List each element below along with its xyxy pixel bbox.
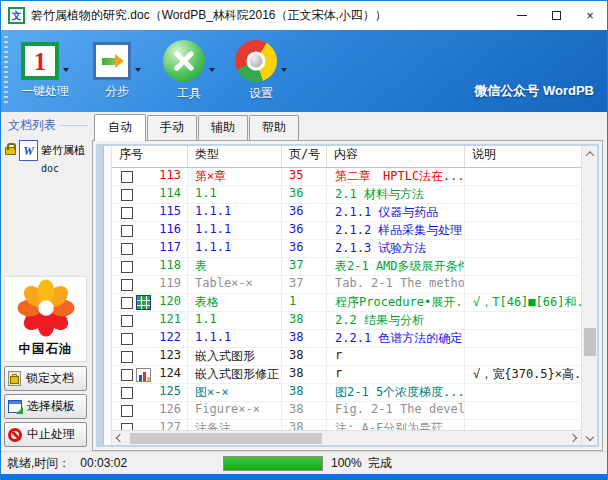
row-checkbox[interactable] (121, 243, 133, 255)
row-checkbox[interactable] (121, 297, 133, 309)
table-row[interactable]: 123 嵌入式图形 38 r (112, 348, 581, 366)
row-page: 36 (282, 186, 327, 203)
status-time: 00:03:02 (80, 456, 127, 470)
row-note (465, 168, 581, 185)
row-checkbox[interactable] (121, 207, 133, 219)
row-num: 122 (153, 330, 188, 347)
app-icon: 文 (8, 7, 25, 24)
window-bottom-border (1, 474, 607, 480)
table-row[interactable]: 113 第×章 35 第二章 HPTLC法在... (112, 168, 581, 186)
tab-help[interactable]: 帮助 (249, 115, 299, 140)
table-row[interactable]: 115 1.1.1 36 2.1.1 仪器与药品 (112, 204, 581, 222)
row-checkbox-cell (112, 240, 133, 257)
side-button-label: 锁定文档 (26, 370, 74, 387)
scroll-down-icon[interactable] (582, 429, 597, 445)
scroll-up-icon[interactable] (582, 146, 597, 162)
row-content: 表2-1 AMD多级展开条件 (327, 258, 465, 275)
scroll-right-icon[interactable] (565, 435, 581, 441)
row-num: 120 (153, 294, 188, 311)
abort-processing-button[interactable]: 中止处理 (4, 422, 87, 447)
vertical-scrollbar[interactable] (581, 146, 597, 445)
table-row[interactable]: 120 表格 1 程序Procedure•展开... √，T[46]■[66]和… (112, 294, 581, 312)
close-button[interactable]: × (573, 1, 607, 30)
table-row[interactable]: 117 1.1.1 36 2.1.3 试验方法 (112, 240, 581, 258)
step-by-step-button[interactable]: 分步 (81, 30, 153, 112)
row-num: 125 (153, 384, 188, 401)
petrochina-logo-card: 中国石油 (4, 276, 87, 362)
row-checkbox[interactable] (121, 261, 133, 273)
row-num: 113 (153, 168, 188, 185)
row-note (465, 258, 581, 275)
row-checkbox[interactable] (121, 333, 133, 345)
row-checkbox-cell (112, 330, 133, 347)
row-checkbox-cell (112, 276, 133, 293)
row-icon-slot (133, 222, 153, 239)
table-row[interactable]: 124 嵌入式图形修正 38 r √，宽{370.5}×高... (112, 366, 581, 384)
table-row[interactable]: 118 表 37 表2-1 AMD多级展开条件 (112, 258, 581, 276)
tab-manual[interactable]: 手动 (147, 115, 197, 140)
row-checkbox[interactable] (121, 387, 133, 399)
row-icon-slot (133, 384, 153, 401)
row-checkbox-cell (112, 168, 133, 185)
data-grid: 序号 类型 页/号 内容 说明 113 第×章 35 第二章 HPTLC法在..… (96, 144, 599, 447)
table-row[interactable]: 114 1.1 36 2.1 材料与方法 (112, 186, 581, 204)
row-checkbox[interactable] (121, 423, 133, 431)
close-icon: × (586, 8, 594, 23)
toolbar-grip[interactable] (4, 36, 8, 106)
table-row[interactable]: 125 图×-× 38 图2-1 5个浓度梯度... (112, 384, 581, 402)
settings-button[interactable]: 设置 (225, 30, 297, 112)
row-checkbox[interactable] (121, 189, 133, 201)
table-row[interactable]: 122 1.1.1 38 2.2.1 色谱方法的确定 (112, 330, 581, 348)
scroll-left-icon[interactable] (112, 435, 128, 441)
table-row[interactable]: 126 Figure×-× 38 Fig. 2-1 The devel... (112, 402, 581, 420)
row-note (465, 384, 581, 401)
row-page: 38 (282, 420, 327, 430)
one-click-process-button[interactable]: 一键处理 (9, 30, 81, 112)
horizontal-scroll-thumb[interactable] (130, 433, 322, 444)
minimize-icon (517, 15, 527, 16)
toolbar-button-label: 设置 (249, 85, 273, 102)
table-row[interactable]: 119 Table×-× 37 Tab. 2-1 The metho... (112, 276, 581, 294)
toolbar-button-label: 分步 (105, 83, 129, 100)
row-checkbox[interactable] (121, 171, 133, 183)
tab-auto[interactable]: 自动 (94, 114, 146, 141)
row-checkbox-cell (112, 186, 133, 203)
table-row[interactable]: 121 1.1 38 2.2 结果与分析 (112, 312, 581, 330)
status-text: 就绪,时间： (7, 455, 70, 472)
tab-assist[interactable]: 辅助 (198, 115, 248, 140)
row-checkbox[interactable] (121, 279, 133, 291)
chevron-down-icon[interactable] (63, 68, 69, 72)
tools-button[interactable]: 工具 (153, 30, 225, 112)
horizontal-scrollbar[interactable] (112, 430, 581, 445)
row-checkbox[interactable] (121, 315, 133, 327)
settings-icon (235, 40, 277, 82)
row-checkbox[interactable] (121, 351, 133, 363)
maximize-button[interactable] (539, 1, 573, 30)
header-note: 说明 (465, 146, 581, 167)
row-type: 1.1.1 (188, 240, 282, 257)
chevron-down-icon[interactable] (135, 68, 141, 72)
row-page: 38 (282, 330, 327, 347)
chevron-down-icon[interactable] (281, 68, 287, 72)
row-checkbox[interactable] (121, 369, 133, 381)
document-list-item[interactable]: 箬竹属植 doc (4, 138, 88, 178)
side-button-label: 选择模板 (27, 398, 75, 415)
row-checkbox[interactable] (121, 225, 133, 237)
row-checkbox-cell (112, 258, 133, 275)
bar-chart-icon (136, 368, 151, 382)
minimize-button[interactable] (505, 1, 539, 30)
row-content: 2.1.3 试验方法 (327, 240, 465, 257)
tools-icon (163, 40, 205, 82)
table-row[interactable]: 127 注备注 38 注: A-F分别为异荭... (112, 420, 581, 430)
vertical-scroll-thumb[interactable] (584, 328, 596, 356)
choose-template-button[interactable]: 选择模板 (4, 394, 87, 419)
row-page: 38 (282, 402, 327, 419)
chevron-down-icon[interactable] (209, 68, 215, 72)
side-button-label: 中止处理 (27, 426, 75, 443)
row-checkbox[interactable] (121, 405, 133, 417)
row-type: 1.1.1 (188, 222, 282, 239)
lock-document-button[interactable]: 锁定文档 (4, 366, 87, 391)
row-type: Table×-× (188, 276, 282, 293)
table-row[interactable]: 116 1.1.1 36 2.1.2 样品采集与处理 (112, 222, 581, 240)
row-checkbox-cell (112, 366, 133, 383)
